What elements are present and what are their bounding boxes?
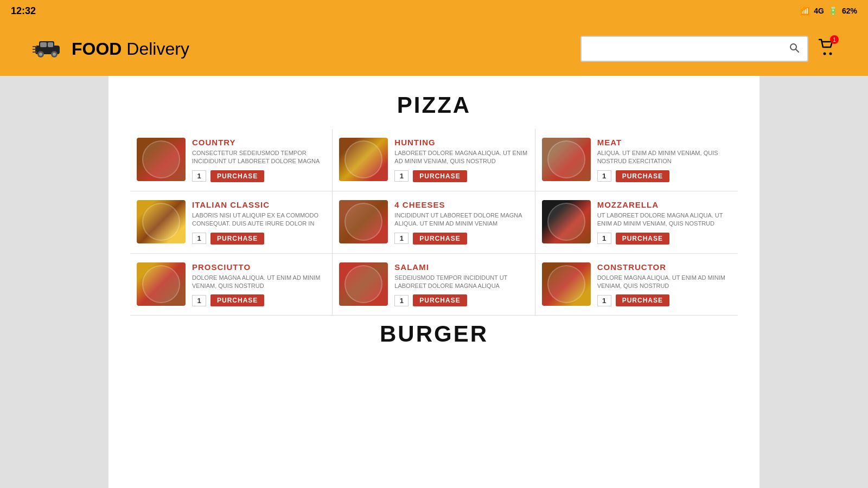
pizza-name: ITALIAN CLASSIC xyxy=(192,200,326,209)
status-time: 12:32 xyxy=(11,5,36,17)
battery-label: 62% xyxy=(842,7,857,15)
pizza-info: 4 CHEESES INCIDIDUNT UT LABOREET DOLORE … xyxy=(394,200,528,245)
status-bar: 12:32 📶 4G 🔋 62% xyxy=(0,0,868,22)
quantity-display: 1 xyxy=(394,170,409,182)
pizza-item: ITALIAN CLASSIC LABORIS NISI UT ALIQUIP … xyxy=(130,191,333,254)
pizza-actions: 1 PURCHASE xyxy=(192,170,326,182)
logo: FOOD Delivery xyxy=(33,36,189,62)
pizza-actions: 1 PURCHASE xyxy=(597,233,731,245)
svg-rect-3 xyxy=(48,42,53,47)
pizza-item: COUNTRY CONSECTETUR SEDEIUSMOD TEMPOR IN… xyxy=(130,129,333,191)
pizza-actions: 1 PURCHASE xyxy=(192,233,326,245)
battery-icon: 🔋 xyxy=(828,7,838,15)
pizza-image xyxy=(137,200,186,243)
cart-badge: 1 xyxy=(830,35,839,44)
quantity-display: 1 xyxy=(394,295,409,306)
pizza-name: CONSTRUCTOR xyxy=(597,262,731,272)
wifi-icon: 📶 xyxy=(800,7,809,15)
pizza-info: CONSTRUCTOR DOLORE MAGNA ALIQUA. UT ENIM… xyxy=(597,262,731,307)
pizza-actions: 1 PURCHASE xyxy=(597,294,731,306)
pizza-info: MOZZARELLA UT LABOREET DOLORE MAGNA ALIQ… xyxy=(597,200,731,245)
purchase-button[interactable]: PURCHASE xyxy=(413,233,467,245)
pizza-actions: 1 PURCHASE xyxy=(597,170,731,182)
pizza-name: PROSCIUTTO xyxy=(192,262,326,272)
quantity-display: 1 xyxy=(192,233,206,244)
header: FOOD Delivery 1 xyxy=(0,22,868,76)
pizza-info: MEAT ALIQUA. UT ENIM AD MINIM VENIAM, QU… xyxy=(597,138,731,182)
pizza-desc: SEDEIUSMOD TEMPOR INCIDIDUNT UT LABOREET… xyxy=(394,274,528,291)
purchase-button[interactable]: PURCHASE xyxy=(413,294,467,306)
pizza-section-title: PIZZA xyxy=(130,92,738,118)
svg-point-5 xyxy=(39,53,42,56)
pizza-desc: ALIQUA. UT ENIM AD MINIM VENIAM, QUIS NO… xyxy=(597,149,731,166)
logo-icon xyxy=(33,36,65,62)
pizza-desc: LABOREET DOLORE MAGNA ALIQUA. UT ENIM AD… xyxy=(394,149,528,166)
quantity-display: 1 xyxy=(192,170,206,182)
pizza-desc: DOLORE MAGNA ALIQUA. UT ENIM AD MINIM VE… xyxy=(597,274,731,291)
svg-point-7 xyxy=(53,53,56,56)
pizza-info: COUNTRY CONSECTETUR SEDEIUSMOD TEMPOR IN… xyxy=(192,138,326,182)
pizza-desc: LABORIS NISI UT ALIQUIP EX EA COMMODO CO… xyxy=(192,211,326,228)
pizza-info: ITALIAN CLASSIC LABORIS NISI UT ALIQUIP … xyxy=(192,200,326,245)
cart-button[interactable]: 1 xyxy=(817,37,835,60)
pizza-name: HUNTING xyxy=(394,138,528,147)
purchase-button[interactable]: PURCHASE xyxy=(413,170,467,182)
pizza-desc: UT LABOREET DOLORE MAGNA ALIQUA. UT ENIM… xyxy=(597,211,731,228)
pizza-actions: 1 PURCHASE xyxy=(394,233,528,245)
pizza-item: MOZZARELLA UT LABOREET DOLORE MAGNA ALIQ… xyxy=(535,191,738,254)
pizza-info: SALAMI SEDEIUSMOD TEMPOR INCIDIDUNT UT L… xyxy=(394,262,528,307)
pizza-item: MEAT ALIQUA. UT ENIM AD MINIM VENIAM, QU… xyxy=(535,129,738,191)
pizza-info: PROSCIUTTO DOLORE MAGNA ALIQUA. UT ENIM … xyxy=(192,262,326,307)
purchase-button[interactable]: PURCHASE xyxy=(616,170,669,182)
bg-left-panel xyxy=(0,76,108,488)
svg-rect-2 xyxy=(40,42,47,47)
logo-text: FOOD Delivery xyxy=(72,39,189,59)
header-right: 1 xyxy=(580,36,835,62)
purchase-button[interactable]: PURCHASE xyxy=(210,170,264,182)
bg-right-panel xyxy=(760,76,868,488)
pizza-name: MEAT xyxy=(597,138,731,147)
search-input[interactable] xyxy=(582,37,781,61)
pizza-desc: DOLORE MAGNA ALIQUA. UT ENIM AD MINIM VE… xyxy=(192,274,326,291)
purchase-button[interactable]: PURCHASE xyxy=(210,294,264,306)
pizza-image xyxy=(339,200,388,243)
search-bar[interactable] xyxy=(580,36,808,62)
pizza-item: CONSTRUCTOR DOLORE MAGNA ALIQUA. UT ENIM… xyxy=(535,254,738,316)
pizza-image xyxy=(339,138,388,181)
quantity-display: 1 xyxy=(597,233,611,244)
pizza-image xyxy=(339,262,388,306)
pizza-info: HUNTING LABOREET DOLORE MAGNA ALIQUA. UT… xyxy=(394,138,528,182)
pizza-image xyxy=(542,138,591,181)
svg-line-12 xyxy=(796,49,799,52)
pizza-name: MOZZARELLA xyxy=(597,200,731,209)
quantity-display: 1 xyxy=(192,295,206,306)
quantity-display: 1 xyxy=(597,170,611,182)
search-button[interactable] xyxy=(781,42,807,56)
pizza-actions: 1 PURCHASE xyxy=(394,294,528,306)
svg-point-14 xyxy=(829,53,832,55)
pizza-item: HUNTING LABOREET DOLORE MAGNA ALIQUA. UT… xyxy=(333,129,535,191)
pizza-image xyxy=(542,262,591,306)
pizza-item: 4 CHEESES INCIDIDUNT UT LABOREET DOLORE … xyxy=(333,191,535,254)
pizza-image xyxy=(137,138,186,181)
pizza-name: SALAMI xyxy=(394,262,528,272)
purchase-button[interactable]: PURCHASE xyxy=(616,233,669,245)
signal-label: 4G xyxy=(814,7,824,15)
purchase-button[interactable]: PURCHASE xyxy=(616,294,669,306)
pizza-grid: COUNTRY CONSECTETUR SEDEIUSMOD TEMPOR IN… xyxy=(130,129,738,316)
pizza-name: 4 CHEESES xyxy=(394,200,528,209)
pizza-desc: CONSECTETUR SEDEIUSMOD TEMPOR INCIDIDUNT… xyxy=(192,149,326,166)
pizza-image xyxy=(137,262,186,306)
pizza-actions: 1 PURCHASE xyxy=(192,294,326,306)
svg-point-13 xyxy=(824,53,826,55)
main-content: PIZZA COUNTRY CONSECTETUR SEDEIUSMOD TEM… xyxy=(108,76,760,488)
purchase-button[interactable]: PURCHASE xyxy=(210,233,264,245)
pizza-actions: 1 PURCHASE xyxy=(394,170,528,182)
quantity-display: 1 xyxy=(597,295,611,306)
pizza-item: SALAMI SEDEIUSMOD TEMPOR INCIDIDUNT UT L… xyxy=(333,254,535,316)
pizza-item: PROSCIUTTO DOLORE MAGNA ALIQUA. UT ENIM … xyxy=(130,254,333,316)
pizza-image xyxy=(542,200,591,243)
status-icons: 📶 4G 🔋 62% xyxy=(800,7,857,15)
quantity-display: 1 xyxy=(394,233,409,244)
pizza-name: COUNTRY xyxy=(192,138,326,147)
